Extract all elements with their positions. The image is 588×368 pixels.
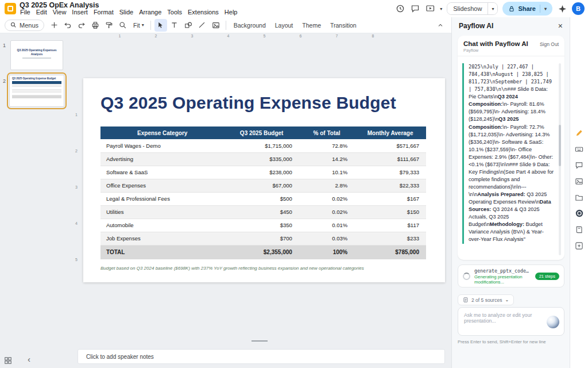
cell-monthly[interactable]: $117 [354,218,426,232]
cell-budget[interactable]: $700 [224,232,299,245]
header-cell[interactable]: Expense Category [100,126,224,139]
cell-monthly[interactable]: $150 [354,205,426,218]
cell-monthly[interactable]: $22,333 [354,179,426,192]
total-monthly[interactable]: $785,000 [354,245,426,259]
transition-button[interactable]: Transition [326,19,361,32]
background-button[interactable]: Background [230,19,270,32]
cell-category[interactable]: Payroll Wages - Demo [100,139,224,152]
slide-title[interactable]: Q3 2025 Operating Expense Budget [100,93,396,113]
select-tool-button[interactable] [154,19,167,32]
chat-scrollbar[interactable] [559,63,561,255]
send-button[interactable] [547,316,559,328]
notebook-icon[interactable] [574,224,585,235]
slides-app-icon[interactable] [5,3,16,14]
cell-monthly[interactable]: $167 [354,192,426,205]
cell-percent[interactable]: 0.02% [299,205,354,218]
cell-budget[interactable]: $450 [224,205,299,218]
gemini-sparkle-icon[interactable] [557,3,567,14]
cell-percent[interactable]: 10.1% [299,166,354,179]
cell-category[interactable]: Utilities [100,205,224,218]
folder-icon[interactable] [574,192,585,202]
cell-monthly[interactable]: $111,667 [354,152,426,166]
cell-category[interactable]: Advertising [100,152,224,166]
menu-extensions[interactable]: Extensions [185,9,222,16]
menu-slide[interactable]: Slide [117,9,136,16]
header-cell[interactable]: % of Total [299,126,354,139]
present-dropdown-icon[interactable]: ▾ [440,6,442,12]
total-label[interactable]: TOTAL [100,245,224,259]
menu-help[interactable]: Help [222,9,241,16]
document-title[interactable]: Q3 2025 OpEx Analysis [20,1,99,9]
record-target-icon[interactable] [574,208,585,218]
cell-category[interactable]: Automobile [100,218,224,232]
cell-budget[interactable]: $238,000 [224,166,299,179]
share-dropdown-icon[interactable]: ▾ [544,6,547,12]
slideshow-button[interactable]: Slideshow [447,3,488,14]
avatar[interactable]: B [572,2,585,15]
cell-category[interactable]: Legal & Professional Fees [100,192,224,205]
cell-monthly[interactable]: $571,667 [354,139,426,152]
cell-category[interactable]: Software & SaaS [100,166,224,179]
zoom-button[interactable] [117,19,129,32]
cell-monthly[interactable]: $79,333 [354,166,426,179]
cell-budget[interactable]: $350 [224,218,299,232]
cell-budget[interactable]: $1,715,000 [224,139,299,152]
budget-table[interactable]: Expense Category Q3 2025 Budget % of Tot… [100,126,426,259]
slide-1-thumbnail[interactable]: Q3 2025 Operating Expenses Analysis [10,40,63,70]
edit-pencil-icon[interactable] [574,128,585,138]
line-tool-button[interactable] [196,19,208,32]
menu-format[interactable]: Format [91,9,117,16]
collapse-filmstrip-button[interactable]: ‹ [24,354,34,365]
cell-budget[interactable]: $335,000 [224,152,299,166]
total-budget[interactable]: $2,355,000 [224,245,299,259]
sources-toggle[interactable]: 2 of 5 sources ⌄ [458,294,514,305]
new-slide-button[interactable] [48,19,60,32]
cell-category[interactable]: Office Expenses [100,179,224,192]
cell-budget[interactable]: $67,000 [224,179,299,192]
zoom-select[interactable]: Fit ▾ [130,22,147,29]
tool-call-card[interactable]: generate_pptx_code_... Generating presen… [458,264,564,288]
cell-percent[interactable]: 0.03% [299,232,354,245]
image-panel-icon[interactable] [574,176,585,186]
slide-editor[interactable]: Q3 2025 Operating Expense Budget Expense… [83,78,445,282]
shapes-tool-button[interactable] [182,19,195,32]
print-button[interactable] [89,19,102,32]
menus-pill-button[interactable]: Menus [5,20,44,31]
paint-format-button[interactable] [103,19,115,32]
chat-messages-area[interactable]: 2025\nJuly | 227,467 | 784,438\nAugust |… [462,63,561,255]
share-button[interactable]: Share ▾ [502,2,552,16]
present-icon[interactable] [425,3,435,14]
cell-budget[interactable]: $500 [224,192,299,205]
image-tool-button[interactable] [210,19,222,32]
menu-view[interactable]: View [50,9,69,16]
menu-arrange[interactable]: Arrange [136,9,164,16]
comments-icon[interactable] [410,3,420,14]
menu-edit[interactable]: Edit [33,9,50,16]
undo-button[interactable] [61,19,74,32]
close-panel-button[interactable]: × [558,22,563,30]
header-cell[interactable]: Monthly Average [354,126,426,139]
menu-tools[interactable]: Tools [164,9,185,16]
slide-2-thumbnail-selected[interactable]: Q3 2025 Operating Expense Budget [7,72,67,109]
cell-percent[interactable]: 72.8% [299,139,354,152]
layout-grid-icon[interactable] [4,356,13,366]
speaker-notes-box[interactable]: Click to add speaker notes [78,349,445,364]
menu-file[interactable]: File [17,9,33,16]
sign-out-link[interactable]: Sign Out [540,41,559,47]
version-history-icon[interactable] [395,3,405,14]
cell-percent[interactable]: 0.01% [299,218,354,232]
cell-percent[interactable]: 14.2% [299,152,354,166]
add-widget-icon[interactable] [574,240,585,251]
text-box-tool-button[interactable] [168,19,181,32]
chat-input[interactable] [463,311,542,333]
layout-button[interactable]: Layout [271,19,297,32]
slideshow-dropdown[interactable]: ▾ [488,3,497,14]
redo-button[interactable] [75,19,88,32]
cell-percent[interactable]: 0.02% [299,192,354,205]
chat-bubble-icon[interactable] [574,160,585,170]
collapse-toolbar-button[interactable] [434,19,447,32]
header-cell[interactable]: Q3 2025 Budget [224,126,299,139]
cell-category[interactable]: Job Expenses [100,232,224,245]
menu-insert[interactable]: Insert [69,9,91,16]
keyboard-icon[interactable] [574,144,585,154]
